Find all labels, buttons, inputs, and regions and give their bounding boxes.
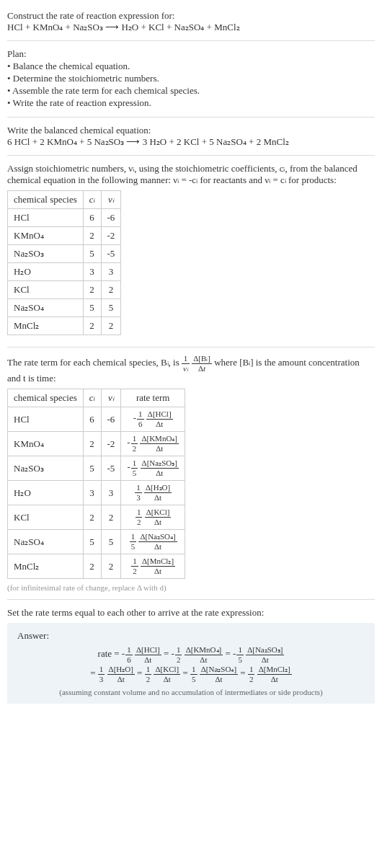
den: 2 [145, 675, 152, 683]
num: Δ[H₂O] [144, 484, 172, 493]
final-section: Set the rate terms equal to each other t… [7, 603, 375, 708]
table-row: HCl 6 -6 -16 Δ[HCl]Δt [8, 407, 185, 432]
cell-ci: 3 [83, 263, 101, 281]
frac: Δ[H₂O]Δt [107, 665, 135, 683]
frac: Δ[MnCl₂]Δt [141, 557, 175, 575]
den: 2 [131, 567, 138, 575]
den: Δt [107, 675, 135, 683]
set-equal-text: Set the rate terms equal to each other t… [7, 607, 375, 619]
cell-species: KMnO₄ [8, 432, 84, 456]
rate-term-table: chemical species cᵢ νᵢ rate term HCl 6 -… [7, 389, 185, 579]
unbalanced-equation: HCl + KMnO₄ + Na₂SO₃ ⟶ H₂O + KCl + Na₂SO… [7, 22, 375, 33]
table-row: H₂O33 [8, 263, 121, 281]
cell-vi: -6 [101, 209, 121, 227]
stoich-section: Assign stoichiometric numbers, νᵢ, using… [7, 159, 375, 344]
frac: Δ[KCl]Δt [145, 508, 172, 526]
cell-vi: -5 [101, 456, 121, 481]
cell-vi: 3 [101, 481, 121, 505]
num: 1 [137, 410, 144, 420]
den: 5 [236, 655, 244, 664]
sign: - [172, 648, 174, 659]
rate-equation: rate = -16 Δ[HCl]Δt = -12 Δ[KMnO₄]Δt = -… [17, 646, 365, 683]
cell-vi: -5 [101, 245, 121, 263]
frac: Δ[H₂O]Δt [144, 484, 172, 502]
cell-ci: 2 [83, 505, 101, 530]
stoich-text: Assign stoichiometric numbers, νᵢ, using… [7, 163, 375, 186]
num: 1 [175, 646, 182, 655]
cell-rate: 13 Δ[H₂O]Δt [121, 481, 185, 505]
den: Δt [141, 567, 175, 575]
num: Δ[Na₂SO₃] [141, 459, 179, 469]
frac: 15 [131, 459, 138, 477]
cell-species: MnCl₂ [8, 554, 84, 579]
den: Δt [140, 444, 179, 453]
cell-vi: 2 [101, 554, 121, 579]
caption: (for infinitesimal rate of change, repla… [7, 583, 375, 592]
stoich-table: chemical species cᵢ νᵢ HCl6-6 KMnO₄2-2 N… [7, 190, 121, 335]
den: Δt [146, 420, 173, 428]
den: 6 [137, 420, 144, 428]
cell-ci: 2 [83, 554, 101, 579]
sign: - [127, 437, 130, 448]
den: 6 [125, 655, 133, 664]
frac: 16 [137, 410, 144, 428]
table-row: Na₂SO₄55 [8, 299, 121, 317]
den: Δt [135, 655, 161, 664]
num: Δ[KMnO₄] [185, 646, 223, 655]
table-row: H₂O 3 3 13 Δ[H₂O]Δt [8, 481, 185, 505]
balanced-equation: 6 HCl + 2 KMnO₄ + 5 Na₂SO₃ ⟶ 3 H₂O + 2 K… [7, 136, 375, 148]
frac: 13 [98, 665, 105, 683]
den: Δt [141, 469, 179, 477]
num: Δ[Na₂SO₄] [200, 665, 238, 675]
cell-species: KCl [8, 281, 84, 299]
table-row: Na₂SO₃5-5 [8, 245, 121, 263]
num: 1 [130, 533, 137, 542]
frac: 12 [248, 665, 255, 683]
den: Δt [138, 542, 177, 551]
num: Δ[MnCl₂] [257, 665, 292, 675]
num: 1 [135, 484, 142, 493]
balanced-title: Write the balanced chemical equation: [7, 125, 375, 136]
frac: 12 [136, 508, 143, 526]
num: 1 [145, 665, 152, 675]
num: 1 [98, 665, 105, 675]
cell-species: H₂O [8, 481, 84, 505]
frac: Δ[Na₂SO₄]Δt [138, 533, 177, 551]
num: Δ[HCl] [135, 646, 161, 655]
num: Δ[KMnO₄] [140, 435, 179, 444]
th-species: chemical species [8, 389, 84, 407]
sign: - [127, 461, 130, 472]
table-row: KMnO₄ 2 -2 -12 Δ[KMnO₄]Δt [8, 432, 185, 456]
lead: rate = [98, 648, 122, 659]
plan-item: • Write the rate of reaction expression. [7, 97, 375, 109]
frac: 13 [135, 484, 142, 502]
plan-item: • Determine the stoichiometric numbers. [7, 73, 375, 84]
den: 3 [135, 493, 142, 502]
frac: 15 [190, 665, 197, 683]
rate-term-pre: The rate term for each chemical species,… [7, 357, 182, 368]
cell-vi: 5 [101, 299, 121, 317]
cell-vi: -6 [101, 407, 121, 432]
num: 1 [248, 665, 255, 675]
table-row: MnCl₂22 [8, 317, 121, 335]
frac: Δ[MnCl₂]Δt [257, 665, 292, 683]
frac: 12 [145, 665, 152, 683]
sign: - [133, 412, 136, 423]
den: νᵢ [182, 364, 190, 373]
num: 1 [131, 435, 138, 444]
cell-rate: 15 Δ[Na₂SO₄]Δt [121, 530, 185, 554]
cell-ci: 6 [83, 209, 101, 227]
num: Δ[H₂O] [107, 665, 135, 675]
answer-box: Answer: rate = -16 Δ[HCl]Δt = -12 Δ[KMnO… [7, 623, 375, 704]
cell-rate: -15 Δ[Na₂SO₃]Δt [121, 456, 185, 481]
cell-species: KMnO₄ [8, 227, 84, 245]
th-rate: rate term [121, 389, 185, 407]
plan-title: Plan: [7, 48, 375, 60]
th-ci: cᵢ [83, 191, 101, 209]
table-row: Na₂SO₃ 5 -5 -15 Δ[Na₂SO₃]Δt [8, 456, 185, 481]
den: Δt [257, 675, 292, 683]
plan-section: Plan: • Balance the chemical equation. •… [7, 44, 375, 114]
num: Δ[HCl] [146, 410, 173, 420]
cell-ci: 2 [83, 317, 101, 335]
den: Δt [200, 675, 238, 683]
